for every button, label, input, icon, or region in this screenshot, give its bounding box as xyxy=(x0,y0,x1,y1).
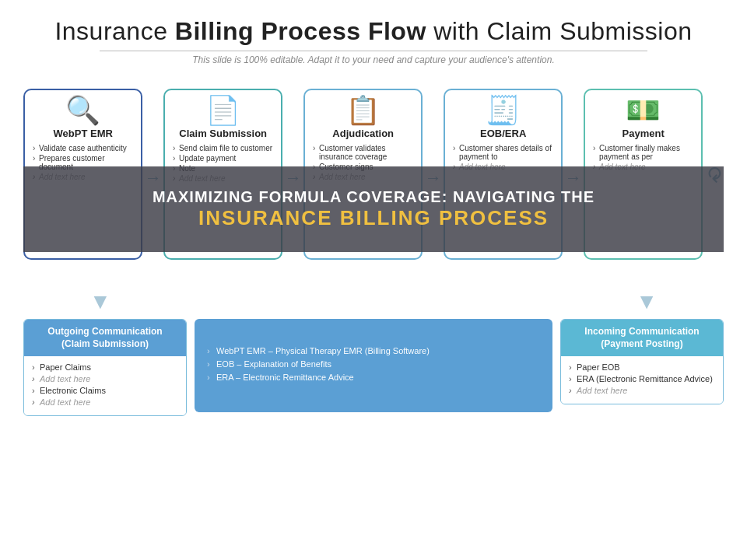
legend-box: WebPT EMR – Physical Therapy EMR (Billin… xyxy=(195,319,552,412)
overlay-line1: MAXIMIZING FORMULA COVERAGE: NAVIGATING … xyxy=(153,188,594,206)
header-divider xyxy=(100,51,647,51)
eob-era-icon: 🧾 xyxy=(453,96,553,124)
overlay-line2: INSURANCE BILLING PROCESS xyxy=(198,206,549,230)
incoming-comm-list: Paper EOB ERA (Electronic Remittance Adv… xyxy=(569,362,715,395)
list-item: Paper EOB xyxy=(569,362,715,372)
list-item: Customer finally makes payment as per xyxy=(593,144,693,161)
incoming-comm-box: Incoming Communication(Payment Posting) … xyxy=(560,319,724,404)
list-item-addtext[interactable]: Add text here xyxy=(569,386,715,395)
header: Insurance Billing Process Flow with Clai… xyxy=(0,0,747,73)
bottom-section: Outgoing Communication(Claim Submission)… xyxy=(23,319,724,416)
legend-list: WebPT EMR – Physical Therapy EMR (Billin… xyxy=(207,346,540,386)
adjudication-title: Adjudication xyxy=(313,128,413,139)
list-item: Validate case authenticity xyxy=(33,144,133,152)
outgoing-comm-box: Outgoing Communication(Claim Submission)… xyxy=(23,319,187,416)
list-item: Paper Claims xyxy=(32,362,178,372)
page-title: Insurance Billing Process Flow with Clai… xyxy=(31,17,716,46)
payment-title: Payment xyxy=(593,128,693,139)
title-suffix: with Claim Submission xyxy=(426,17,693,45)
webpt-emr-title: WebPT EMR xyxy=(33,128,133,139)
list-item: ERA (Electronic Remittance Advice) xyxy=(569,374,715,383)
down-arrow-right: ▼ xyxy=(636,291,658,313)
legend-item: ERA – Electronic Remittance Advice xyxy=(207,373,540,382)
outgoing-comm-body: Paper Claims Add text here Electronic Cl… xyxy=(24,356,186,415)
overlay-banner: MAXIMIZING FORMULA COVERAGE: NAVIGATING … xyxy=(23,166,724,252)
eob-era-title: EOB/ERA xyxy=(453,128,553,139)
list-item: Electronic Claims xyxy=(32,386,178,395)
flow-section: MAXIMIZING FORMULA COVERAGE: NAVIGATING … xyxy=(23,81,724,291)
outgoing-comm-list: Paper Claims Add text here Electronic Cl… xyxy=(32,362,178,407)
list-item: Customer validates insurance coverage xyxy=(313,144,413,161)
down-arrows: ▼ ▼ xyxy=(23,291,724,313)
claim-submission-icon: 📄 xyxy=(173,96,273,124)
adjudication-icon: 📋 xyxy=(313,96,413,124)
down-arrow-left: ▼ xyxy=(89,291,111,313)
list-item: Send claim file to customer xyxy=(173,144,273,152)
outgoing-comm-header: Outgoing Communication(Claim Submission) xyxy=(24,320,186,356)
list-item-addtext[interactable]: Add text here xyxy=(32,374,178,383)
list-item-addtext[interactable]: Add text here xyxy=(32,397,178,407)
title-bold: Billing Process Flow xyxy=(175,17,426,45)
legend-item: WebPT EMR – Physical Therapy EMR (Billin… xyxy=(207,346,540,355)
header-subtitle: This slide is 100% editable. Adapt it to… xyxy=(31,54,716,65)
claim-submission-title: Claim Submission xyxy=(173,128,273,139)
list-item: Customer shares details of payment to xyxy=(453,144,553,161)
incoming-comm-body: Paper EOB ERA (Electronic Remittance Adv… xyxy=(561,356,723,404)
webpt-emr-icon: 🔍 xyxy=(33,96,133,124)
list-item: Update payment xyxy=(173,154,273,163)
incoming-comm-header: Incoming Communication(Payment Posting) xyxy=(561,320,723,356)
page: Insurance Billing Process Flow with Clai… xyxy=(0,0,747,560)
title-plain: Insurance xyxy=(54,17,174,45)
payment-icon: 💵 xyxy=(593,96,693,124)
legend-item: EOB – Explanation of Benefits xyxy=(207,359,540,369)
